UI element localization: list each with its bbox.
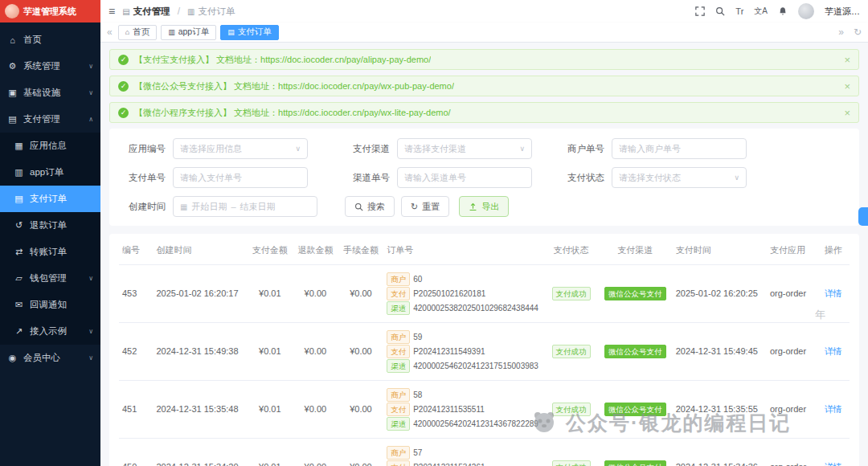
sidebar-item-label: 基础设施 xyxy=(23,87,60,99)
sidebar-item-app-info[interactable]: ▦应用信息 xyxy=(0,133,100,159)
pay-no-input[interactable] xyxy=(180,173,301,182)
pay-tag: 支付 xyxy=(387,345,410,358)
close-icon[interactable]: × xyxy=(844,107,850,119)
search-button[interactable]: 搜索 xyxy=(345,196,395,217)
action-cell: 详情 xyxy=(817,380,850,438)
pay-channel-cell: 微信公众号支付 xyxy=(598,264,673,322)
action-cell: 详情 xyxy=(817,438,850,466)
sidebar-item-pay-order[interactable]: ▤支付订单 xyxy=(0,186,100,212)
sidebar-item-label: app订单 xyxy=(30,166,63,178)
sidebar-item-member[interactable]: ◉会员中心∨ xyxy=(0,345,100,371)
sidebar-item-demo[interactable]: ↗接入示例∨ xyxy=(0,318,100,345)
merchant-no-line: 商户58 xyxy=(387,388,541,402)
app-no-select[interactable]: 请选择应用信息∨ xyxy=(173,138,308,159)
column-header: 支付状态 xyxy=(544,237,598,264)
pay-tag: 支付 xyxy=(387,460,410,466)
doc-alert: ✓【微信公众号支付接入】 文档地址：https://doc.iocoder.cn… xyxy=(109,76,859,96)
filter-label: 创建时间 xyxy=(121,201,166,213)
export-button[interactable]: 导出 xyxy=(459,196,509,217)
pay-time-cell: 2024-12-31 15:49:45 xyxy=(673,322,767,380)
hamburger-icon[interactable]: ≡ xyxy=(108,5,115,18)
sidebar-item-payment[interactable]: ▤支付管理∧ xyxy=(0,106,100,133)
calendar-icon: ▦ xyxy=(180,202,187,211)
sidebar-item-app-order[interactable]: ▥app订单 xyxy=(0,159,100,186)
home-icon: ⌂ xyxy=(7,35,18,45)
pay-status-badge: 支付成功 xyxy=(552,287,591,300)
channel-no-line: 渠道4200002564202412314367822289 xyxy=(387,417,541,431)
chevron-left-icon[interactable]: « xyxy=(105,27,114,38)
sidebar-item-home[interactable]: ⌂首页 xyxy=(0,27,100,53)
table-row: 4522024-12-31 15:49:38¥0.01¥0.00¥0.00商户5… xyxy=(119,322,850,380)
font-size-icon[interactable]: Tr xyxy=(735,6,743,16)
filter-field-pay-channel: 支付渠道请选择支付渠道∨ xyxy=(345,138,532,159)
close-icon[interactable]: × xyxy=(844,80,850,92)
merchant-no-input[interactable] xyxy=(619,144,739,153)
sidebar-item-label: 转账订单 xyxy=(30,246,67,258)
pay-no-line: 支付P202412311535511 xyxy=(387,403,541,416)
fee-amount-cell: ¥0.00 xyxy=(338,380,384,438)
pay-amount-cell: ¥0.01 xyxy=(248,380,293,438)
pay-status-cell: 支付成功 xyxy=(544,380,598,438)
breadcrumb-item-pay-order[interactable]: ▥ 支付订单 xyxy=(187,6,235,18)
fee-amount-cell: ¥0.00 xyxy=(338,322,384,380)
sidebar-item-refund-order[interactable]: ↺退款订单 xyxy=(0,212,100,239)
user-avatar[interactable] xyxy=(798,3,814,19)
channel-no-input[interactable] xyxy=(404,173,525,182)
locale-icon[interactable]: 文A xyxy=(754,6,768,17)
create-time-daterange[interactable]: ▦开始日期–结束日期 xyxy=(173,196,317,217)
pay-no: P202412311535511 xyxy=(413,405,485,414)
chevron-down-icon: ∨ xyxy=(88,328,93,335)
created-time-cell: 2024-12-31 15:34:20 xyxy=(153,438,247,466)
pay-status-badge: 支付成功 xyxy=(552,460,591,466)
content: ✓【支付宝支付接入】 文档地址：https://doc.iocoder.cn/p… xyxy=(100,43,868,466)
pay-time-cell: 2024-12-31 15:34:36 xyxy=(673,438,767,466)
detail-link[interactable]: 详情 xyxy=(825,404,842,414)
pay-amount-cell: ¥0.01 xyxy=(248,264,293,322)
close-icon[interactable]: × xyxy=(844,54,850,66)
username[interactable]: 芋道源… xyxy=(825,6,860,18)
sidebar-item-system[interactable]: ⚙系统管理∨ xyxy=(0,53,100,80)
channel-no: 4200002538202501029682438444 xyxy=(413,304,538,313)
channel-tag: 渠道 xyxy=(387,359,410,373)
pay-channel-badge: 微信公众号支付 xyxy=(604,287,666,300)
fullscreen-icon[interactable] xyxy=(695,6,705,16)
bell-icon[interactable] xyxy=(778,6,788,17)
search-icon[interactable] xyxy=(715,6,725,16)
app-order-icon: ▥ xyxy=(14,167,24,178)
tab-home[interactable]: ⌂首页 xyxy=(118,25,157,40)
created-time-cell: 2025-01-02 16:20:17 xyxy=(153,264,247,322)
app-title: 芋道管理系统 xyxy=(23,6,76,18)
pay-tag: 支付 xyxy=(387,403,410,416)
drawer-handle[interactable] xyxy=(858,207,868,226)
reset-icon: ↻ xyxy=(411,202,418,212)
detail-link[interactable]: 详情 xyxy=(825,346,842,356)
pay-app-cell: org-order xyxy=(767,322,817,380)
app-logo[interactable]: 芋道管理系统 xyxy=(0,0,100,22)
sidebar-item-label: 钱包管理 xyxy=(30,272,67,284)
breadcrumb-item-payment[interactable]: ▤ 支付管理 xyxy=(122,6,170,18)
detail-link[interactable]: 详情 xyxy=(825,462,842,466)
alert-text: 【微信公众号支付接入】 文档地址：https://doc.iocoder.cn/… xyxy=(134,80,454,92)
reset-button[interactable]: ↻ 重置 xyxy=(401,196,449,217)
sidebar-item-label: 系统管理 xyxy=(23,60,60,72)
tab-pay-order[interactable]: ▤支付订单 xyxy=(220,25,279,40)
doc-alert: ✓【微信小程序支付接入】 文档地址：https://doc.iocoder.cn… xyxy=(109,102,859,123)
sidebar-item-transfer-order[interactable]: ⇄转账订单 xyxy=(0,239,100,265)
sidebar-item-infra[interactable]: ▣基础设施∨ xyxy=(0,80,100,106)
created-time-cell: 2024-12-31 15:49:38 xyxy=(153,322,247,380)
sidebar-item-callback[interactable]: ✉回调通知 xyxy=(0,292,100,318)
pay-channel-select[interactable]: 请选择支付渠道∨ xyxy=(397,138,532,159)
filter-field-create-time: 创建时间▦开始日期–结束日期 xyxy=(121,196,317,217)
sidebar-item-label: 应用信息 xyxy=(30,140,67,152)
detail-link[interactable]: 详情 xyxy=(825,288,842,298)
chevron-right-icon[interactable]: » xyxy=(837,27,845,38)
tab-app-order[interactable]: ▥app订单 xyxy=(161,25,216,40)
pay-app-cell: org-order xyxy=(767,264,817,322)
sidebar-item-wallet[interactable]: ▱钱包管理∨ xyxy=(0,265,100,292)
pay-time-cell: 2024-12-31 15:35:55 xyxy=(673,380,767,438)
start-date-placeholder: 开始日期 xyxy=(191,201,227,213)
refund-amount-cell: ¥0.00 xyxy=(293,264,338,322)
tab-label: 支付订单 xyxy=(238,27,272,38)
pay-status-select[interactable]: 请选择支付状态∨ xyxy=(612,167,747,188)
refresh-icon[interactable]: ↻ xyxy=(852,27,863,38)
